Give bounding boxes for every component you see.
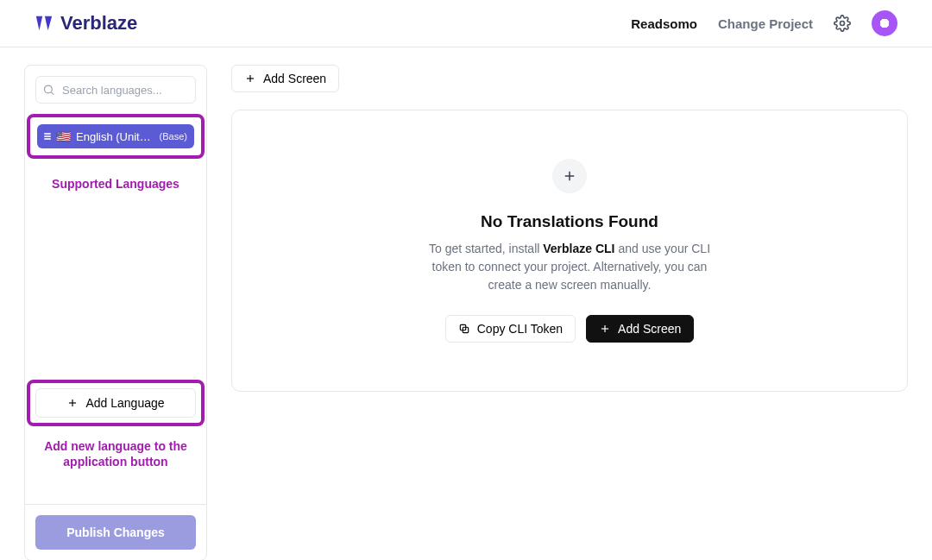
logo-mark-icon [35,14,54,33]
add-screen-button-top[interactable]: Add Screen [231,65,339,92]
empty-state-title: No Translations Found [280,212,859,231]
search-icon [42,84,55,97]
svg-line-2 [51,92,54,95]
user-avatar[interactable] [872,10,897,36]
plus-icon [562,168,577,184]
empty-state-actions: Copy CLI Token Add Screen [280,315,859,343]
empty-state-card: No Translations Found To get started, in… [231,110,908,392]
empty-state-description: To get started, install Verblaze CLI and… [423,240,716,294]
app-header: Verblaze Readsomo Change Project [0,0,932,47]
add-screen-button-empty[interactable]: Add Screen [586,315,694,343]
publish-label: Publish Changes [66,525,165,539]
copy-cli-token-label: Copy CLI Token [477,322,563,336]
settings-button[interactable] [834,15,851,32]
plus-icon [66,397,79,409]
language-search-input[interactable] [35,76,196,104]
add-screen-label: Add Screen [263,72,326,85]
plus-icon [599,323,611,335]
add-language-button[interactable]: Add Language [35,388,196,418]
change-project-link[interactable]: Change Project [718,16,813,31]
project-name-link[interactable]: Readsomo [631,16,697,31]
svg-point-0 [841,22,845,26]
flag-icon: 🇺🇸 [56,129,71,143]
empty-state-icon-wrap [552,159,587,193]
brand-logo[interactable]: Verblaze [35,12,137,35]
plus-icon [244,72,256,85]
copy-cli-token-button[interactable]: Copy CLI Token [445,315,576,343]
copy-icon [458,323,470,335]
language-name: English (Unite… [76,130,154,143]
gear-icon [834,15,851,32]
publish-changes-button[interactable]: Publish Changes [35,515,196,550]
add-screen-label-empty: Add Screen [618,322,681,336]
annotation-supported-languages-label: Supported Languages [32,176,199,192]
drag-handle-icon[interactable] [44,133,51,140]
language-sidebar: 🇺🇸 English (Unite… (Base) Supported Lang… [24,65,207,560]
add-language-label: Add Language [85,396,164,410]
annotation-add-language-label: Add new language to the application butt… [32,438,199,469]
language-item-base[interactable]: 🇺🇸 English (Unite… (Base) [37,124,194,148]
language-base-badge: (Base) [160,131,187,142]
main-content: Add Screen No Translations Found To get … [231,65,908,392]
annotation-supported-languages-box: 🇺🇸 English (Unite… (Base) [27,114,205,159]
svg-point-1 [45,85,53,93]
brand-name: Verblaze [60,12,137,35]
annotation-add-language-box: Add Language [27,380,205,426]
